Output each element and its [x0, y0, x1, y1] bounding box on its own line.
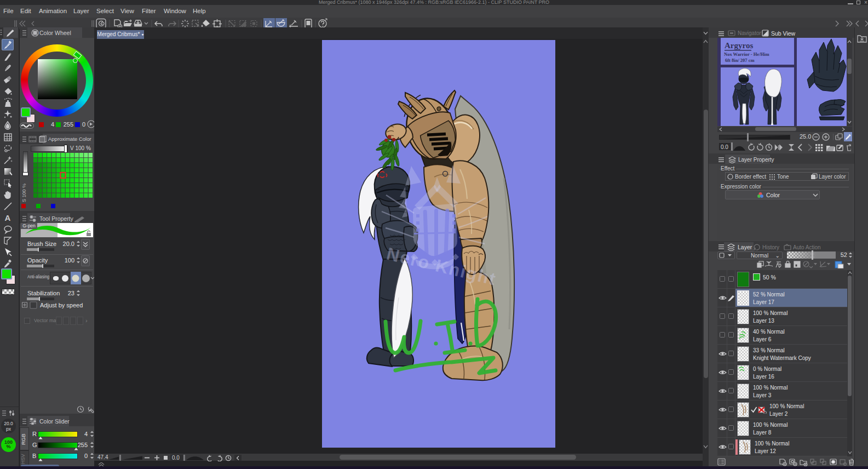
svg-text:6ft 8in/ 207 cm: 6ft 8in/ 207 cm [725, 58, 755, 63]
svg-text:Adjust by speed: Adjust by speed [40, 302, 83, 308]
svg-text:A: A [5, 213, 11, 222]
svg-text:Nox Warrior - He/Him: Nox Warrior - He/Him [724, 52, 769, 57]
svg-text:0.0: 0.0 [172, 455, 180, 461]
svg-text:Argyros: Argyros [725, 41, 753, 50]
